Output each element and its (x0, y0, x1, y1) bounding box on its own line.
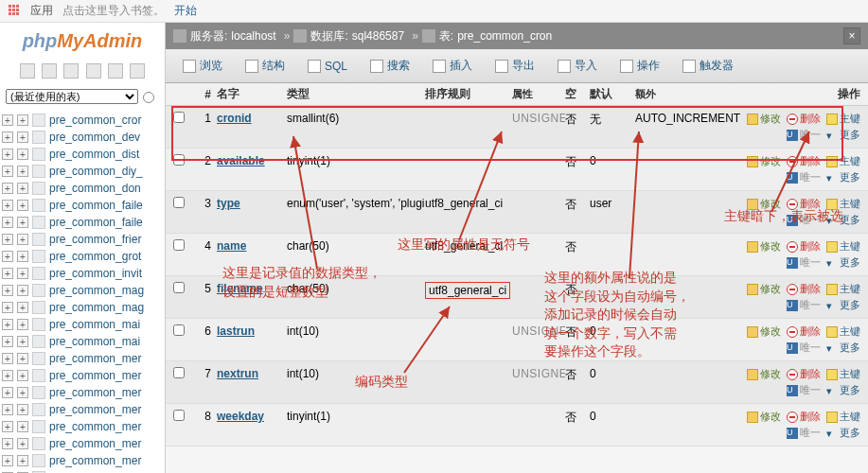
expand-icon[interactable]: + (17, 387, 28, 398)
column-name-link[interactable]: filename (217, 282, 263, 295)
more-action[interactable]: 更多 (826, 426, 860, 440)
edit-action[interactable]: 修改 (747, 324, 781, 339)
tab-export[interactable]: 导出 (486, 54, 544, 79)
tree-item[interactable]: ++pre_common_grot (2, 248, 163, 265)
db-link[interactable]: sql486587 (352, 29, 404, 43)
unique-action[interactable]: U唯一 (787, 170, 821, 184)
more-action[interactable]: 更多 (826, 255, 860, 270)
unique-action[interactable]: U唯一 (787, 213, 821, 227)
column-name-link[interactable]: lastrun (217, 324, 255, 338)
tree-item[interactable]: ++pre_common_mai (2, 333, 163, 350)
tab-triggers[interactable]: 触发器 (673, 54, 743, 79)
edit-action[interactable]: 修改 (747, 239, 781, 254)
row-checkbox[interactable] (173, 197, 185, 208)
tree-item[interactable]: ++pre_common_dist (2, 146, 163, 163)
column-name-link[interactable]: cronid (217, 112, 252, 125)
home-icon[interactable] (20, 63, 35, 79)
close-icon[interactable]: × (843, 27, 860, 44)
primary-action[interactable]: 主键 (826, 239, 860, 254)
row-checkbox[interactable] (173, 282, 185, 293)
delete-action[interactable]: 删除 (787, 324, 821, 339)
expand-icon[interactable]: + (2, 370, 13, 381)
tree-item[interactable]: ++pre_common_dev (2, 129, 163, 146)
tree-item[interactable]: ++pre_common_mag (2, 282, 163, 299)
tree-item[interactable]: ++pre_common_cror (2, 112, 163, 129)
primary-action[interactable]: 主键 (826, 154, 860, 168)
tree-item[interactable]: ++pre_common_mag (2, 299, 163, 316)
expand-icon[interactable]: + (2, 438, 13, 449)
delete-action[interactable]: 删除 (787, 367, 821, 381)
apps-grid-icon[interactable] (8, 5, 21, 18)
expand-icon[interactable]: + (17, 455, 28, 466)
row-checkbox[interactable] (173, 154, 185, 166)
row-checkbox[interactable] (173, 112, 185, 123)
logout-icon[interactable] (42, 63, 57, 79)
edit-action[interactable]: 修改 (747, 154, 781, 168)
expand-icon[interactable]: + (17, 370, 28, 381)
row-checkbox[interactable] (173, 239, 185, 251)
expand-icon[interactable]: + (17, 438, 28, 449)
tree-item[interactable]: ++pre_common_mai (2, 316, 163, 333)
apps-label[interactable]: 应用 (30, 3, 53, 19)
expand-icon[interactable]: + (17, 234, 28, 245)
delete-action[interactable]: 删除 (787, 112, 821, 126)
sql-icon[interactable] (63, 63, 79, 79)
col-attr[interactable]: 属性 (512, 87, 565, 101)
expand-icon[interactable]: + (17, 336, 28, 347)
column-name-link[interactable]: name (217, 239, 246, 253)
edit-action[interactable]: 修改 (747, 410, 781, 424)
tree-item[interactable]: ++pre_common_mer (2, 384, 163, 401)
primary-action[interactable]: 主键 (826, 367, 860, 381)
more-action[interactable]: 更多 (826, 341, 860, 355)
tree-item[interactable]: ++pre_common_mer (2, 435, 163, 452)
column-name-link[interactable]: nextrun (217, 367, 258, 380)
reload-icon[interactable] (130, 63, 145, 79)
tab-insert[interactable]: 插入 (423, 54, 482, 79)
expand-icon[interactable]: + (2, 217, 13, 228)
expand-icon[interactable]: + (2, 387, 13, 398)
tab-browse[interactable]: 浏览 (173, 54, 232, 79)
tab-structure[interactable]: 结构 (236, 54, 294, 79)
expand-icon[interactable]: + (17, 302, 28, 313)
col-type[interactable]: 类型 (287, 86, 425, 102)
tree-item[interactable]: ++pre_common_mer (2, 418, 163, 435)
expand-icon[interactable]: + (17, 200, 28, 211)
primary-action[interactable]: 主键 (826, 324, 860, 339)
bookmark-start[interactable]: 开始 (174, 3, 197, 19)
tree-item[interactable]: ++pre_common_mer (2, 452, 163, 469)
col-index[interactable]: # (196, 88, 217, 101)
edit-action[interactable]: 修改 (747, 112, 781, 126)
expand-icon[interactable]: + (17, 251, 28, 262)
tree-item[interactable]: ++pre_common_mer (2, 401, 163, 418)
edit-action[interactable]: 修改 (747, 197, 781, 211)
expand-icon[interactable]: + (17, 183, 28, 194)
expand-icon[interactable]: + (2, 285, 13, 296)
tab-search[interactable]: 搜索 (361, 54, 419, 79)
more-action[interactable]: 更多 (826, 170, 860, 184)
settings-icon[interactable] (108, 63, 123, 79)
expand-icon[interactable]: + (2, 421, 13, 432)
tree-item[interactable]: ++pre_common_mer (2, 350, 163, 367)
expand-icon[interactable]: + (2, 404, 13, 415)
row-checkbox[interactable] (173, 324, 185, 336)
tab-sql[interactable]: SQL (298, 54, 357, 79)
expand-icon[interactable]: + (17, 421, 28, 432)
expand-icon[interactable]: + (2, 200, 13, 211)
expand-icon[interactable]: + (2, 166, 13, 177)
expand-icon[interactable]: + (2, 234, 13, 245)
primary-action[interactable]: 主键 (826, 112, 860, 126)
expand-icon[interactable]: + (17, 268, 28, 279)
tree-item[interactable]: ++pre_common_faile (2, 197, 163, 214)
row-checkbox[interactable] (173, 367, 185, 378)
expand-icon[interactable]: + (2, 149, 13, 160)
recent-reload-icon[interactable] (143, 92, 154, 103)
expand-icon[interactable]: + (2, 319, 13, 330)
expand-icon[interactable]: + (2, 183, 13, 194)
expand-icon[interactable]: + (2, 114, 13, 126)
expand-icon[interactable]: + (17, 131, 28, 143)
tree-item[interactable]: ++pre_common_mer (2, 469, 163, 473)
expand-icon[interactable]: + (2, 251, 13, 262)
logo[interactable]: phpMyAdmin (0, 23, 165, 60)
expand-icon[interactable]: + (2, 353, 13, 364)
primary-action[interactable]: 主键 (826, 282, 860, 296)
